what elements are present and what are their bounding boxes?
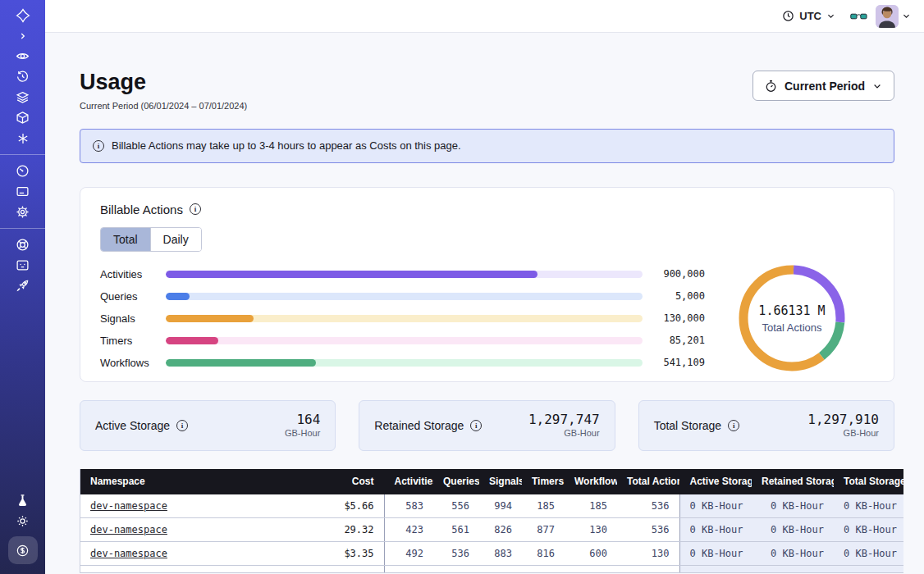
storage-card-label: Retained Storage: [374, 419, 464, 432]
bar-value: 5,000: [652, 290, 705, 302]
bar-track: [166, 293, 643, 300]
info-banner-text: Billable Actions may take up to 3-4 hour…: [112, 139, 461, 152]
table-cell: 600: [565, 542, 617, 566]
table-cell: 556: [433, 494, 479, 518]
history-icon[interactable]: [0, 66, 45, 87]
storage-card: Retained Storage 1,297,747 GB-Hour: [359, 400, 615, 451]
table-cell: $3.35: [309, 542, 384, 566]
billable-tabs: TotalDaily: [100, 227, 202, 252]
info-icon[interactable]: [176, 420, 188, 431]
col-header-total-storage: Total Storage: [834, 469, 903, 494]
namespace-link[interactable]: dev-namespace: [90, 500, 167, 512]
namespace-link[interactable]: dev-namespace: [90, 548, 167, 559]
col-header-signals: Signals: [479, 469, 522, 494]
billable-bar-row: Timers 85,201: [100, 330, 705, 352]
period-selector-button[interactable]: Current Period: [752, 71, 894, 101]
sun-icon[interactable]: [0, 511, 45, 531]
bar-fill: [166, 271, 537, 278]
storage-card-unit: GB-Hour: [528, 428, 600, 440]
storage-card-label: Total Storage: [654, 419, 722, 432]
bar-fill: [166, 337, 218, 344]
bar-label: Activities: [100, 268, 161, 280]
gauge-icon[interactable]: [0, 161, 45, 181]
table-row: dev-namespace$5.665835569941851855360 KB…: [80, 494, 903, 518]
page-subtitle: Current Period (06/01/2024 – 07/01/2024): [80, 101, 247, 111]
sidebar: [0, 0, 45, 574]
table-cell: 561: [433, 518, 479, 542]
table-cell: 0 KB-Hour: [834, 518, 903, 542]
dollar-coin-icon[interactable]: [8, 536, 38, 564]
timezone-picker[interactable]: UTC: [782, 10, 835, 22]
table-cell: 536: [617, 518, 679, 542]
donut-center-label: Total Actions: [762, 321, 822, 334]
col-header-activities: Activities: [384, 469, 433, 494]
table-cell: 423: [384, 518, 433, 542]
billable-actions-title: Billable Actions: [100, 203, 183, 216]
storage-summary-row: Active Storage 164 GB-Hour Retained Stor…: [80, 400, 894, 451]
layers-icon[interactable]: [0, 87, 45, 107]
donut-chart: 1.66131 M Total Actions: [710, 263, 874, 373]
table-cell: 883: [479, 542, 522, 566]
col-header-total-actions: Total Actions: [617, 469, 679, 494]
storage-card-value: 1,297,910: [807, 412, 879, 428]
billable-bar-row: Queries 5,000: [100, 285, 705, 308]
bar-fill: [166, 359, 316, 367]
col-header-active-storage: Active Storage: [679, 469, 752, 494]
table-cell: 536: [433, 542, 479, 566]
period-selector-label: Current Period: [784, 80, 865, 93]
timezone-label: UTC: [799, 10, 821, 22]
bar-label: Timers: [100, 335, 161, 347]
billable-bar-row: Signals 130,000: [100, 308, 705, 330]
sidebar-divider: [0, 154, 45, 155]
cube-icon[interactable]: [0, 107, 45, 128]
avatar[interactable]: [876, 5, 899, 28]
namespace-link[interactable]: dev-namespace: [90, 524, 167, 535]
lifebuoy-icon[interactable]: [0, 235, 45, 255]
info-icon[interactable]: [470, 420, 482, 431]
bar-track: [166, 359, 643, 367]
flask-icon[interactable]: [0, 490, 45, 511]
info-icon: [93, 140, 104, 152]
bar-fill: [166, 293, 190, 300]
sidebar-divider: [0, 228, 45, 229]
collapse-chevron-icon[interactable]: [0, 25, 45, 46]
billable-actions-card: Billable Actions TotalDaily Activities 9…: [80, 187, 894, 382]
monitor-icon[interactable]: [0, 255, 45, 276]
table-cell: 0 KB-Hour: [834, 542, 903, 566]
storage-card-unit: GB-Hour: [285, 428, 320, 440]
billing-card-icon[interactable]: [0, 181, 45, 202]
billable-bar-row: Activities 900,000: [100, 263, 705, 285]
table-cell: 536: [617, 494, 679, 518]
billable-bar-row: Workflows 541,109: [100, 352, 705, 374]
usage-table-wrap: NamespaceCostActivitiesQueriesSignalsTim…: [80, 469, 894, 574]
tab-total[interactable]: Total: [101, 228, 150, 251]
rocket-icon[interactable]: [0, 276, 45, 296]
clock-icon: [782, 10, 794, 22]
table-cell: 0 KB-Hour: [752, 494, 834, 518]
table-cell: 29.32: [309, 518, 384, 542]
temporal-logo[interactable]: [0, 5, 45, 25]
gear-icon[interactable]: [0, 202, 45, 222]
glasses-icon[interactable]: [850, 10, 867, 23]
table-cell: 0 KB-Hour: [679, 494, 752, 518]
bar-value: 85,201: [652, 335, 705, 346]
user-menu[interactable]: [876, 5, 911, 28]
table-cell: 492: [384, 542, 433, 566]
bar-label: Signals: [100, 312, 161, 325]
chevron-down-icon: [826, 11, 835, 20]
usage-table: NamespaceCostActivitiesQueriesSignalsTim…: [80, 469, 903, 574]
bar-label: Queries: [100, 290, 161, 303]
asterisk-icon[interactable]: [0, 128, 45, 148]
table-cell: 994: [479, 494, 522, 518]
info-icon[interactable]: [190, 203, 201, 215]
table-row: dev-namespace$3.354925368838166001300 KB…: [80, 542, 903, 566]
table-cell: 130: [565, 518, 617, 542]
info-icon[interactable]: [728, 420, 739, 431]
stopwatch-icon: [765, 80, 777, 93]
eye-icon[interactable]: [0, 46, 45, 66]
bar-value: 900,000: [652, 268, 705, 280]
bar-track: [166, 315, 643, 322]
table-cell: 185: [565, 494, 617, 518]
table-cell: 130: [617, 542, 679, 566]
tab-daily[interactable]: Daily: [150, 228, 201, 251]
